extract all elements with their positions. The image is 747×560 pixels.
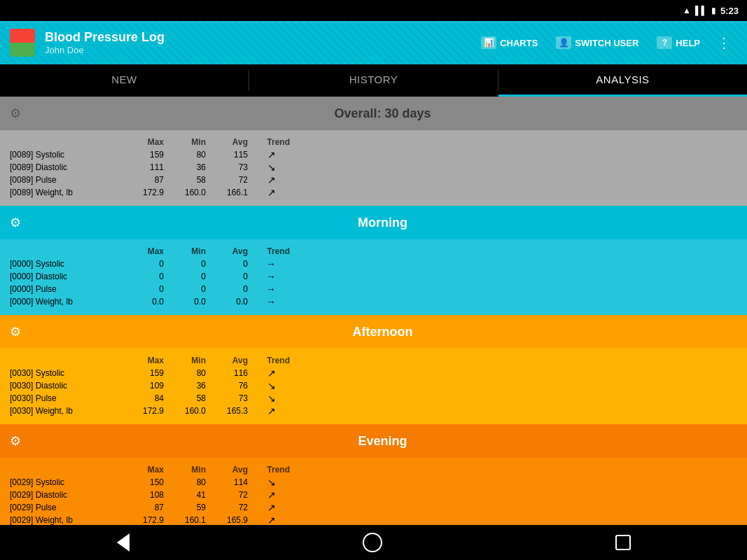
home-button[interactable] (342, 527, 403, 558)
stats-header-label (10, 356, 122, 365)
stats-row-avg: 114 (206, 477, 248, 487)
stats-row-label: [0089] Diastolic (10, 162, 122, 172)
gear-icon-evening[interactable]: ⚙ (10, 433, 21, 449)
charts-label: CHARTS (500, 38, 538, 48)
gear-icon-morning[interactable]: ⚙ (10, 215, 21, 230)
stats-row-min: 160.1 (164, 515, 206, 525)
stats-row-min: 160.0 (164, 406, 206, 416)
gear-icon-afternoon[interactable]: ⚙ (10, 324, 21, 340)
section-title-afternoon: Afternoon (28, 325, 737, 340)
tab-bar: New History Analysis (0, 64, 747, 97)
stats-row-max: 84 (122, 393, 164, 403)
app-title: Blood Pressure Log (45, 30, 464, 45)
wifi-icon: ▲ (683, 6, 691, 15)
stats-header-row: MaxMinAvgTrend (10, 134, 737, 148)
help-icon: ? (657, 36, 672, 49)
stats-row-avg: 0 (206, 259, 248, 269)
stats-row-avg: 72 (206, 490, 248, 500)
stats-row-min: 0 (164, 284, 206, 294)
stats-row-trend: → (248, 296, 276, 307)
stats-row-label: [0000] Diastolic (10, 272, 122, 281)
stats-row-label: [0029] Pulse (10, 503, 122, 512)
stats-row-min: 36 (164, 162, 206, 172)
stats-row-avg: 0 (206, 272, 248, 281)
stats-row-trend: → (248, 284, 276, 295)
section-body-afternoon: MaxMinAvgTrend[0030] Systolic15980116↗[0… (0, 349, 747, 424)
stats-header-col-0: Max (122, 356, 164, 365)
logo-bottom (10, 43, 35, 57)
back-button[interactable] (96, 528, 151, 557)
stats-row-min: 80 (164, 368, 206, 378)
stats-header-col-3: Trend (248, 246, 290, 256)
app-logo (10, 29, 35, 57)
gear-icon-overall[interactable]: ⚙ (10, 106, 21, 121)
stats-row-trend: ↗ (248, 514, 276, 525)
main-content: ⚙Overall: 30 daysMaxMinAvgTrend[0089] Sy… (0, 97, 747, 525)
stats-row-max: 172.9 (122, 188, 164, 197)
tab-history[interactable]: History (249, 64, 498, 97)
stats-header-col-1: Min (164, 465, 206, 475)
switch-user-button[interactable]: 👤 SWITCH USER (549, 33, 645, 52)
stats-row-trend: ↘ (248, 380, 276, 391)
recent-icon (615, 535, 631, 550)
stats-row-max: 0.0 (122, 297, 164, 307)
stats-header-label (10, 465, 122, 475)
signal-icon: ▌▌ (695, 6, 707, 15)
back-icon (117, 533, 130, 552)
stats-row-trend: → (248, 258, 276, 270)
stats-row-avg: 116 (206, 368, 248, 378)
stats-row-label: [0089] Weight, lb (10, 188, 122, 197)
stats-row-min: 58 (164, 393, 206, 403)
section-evening: ⚙EveningMaxMinAvgTrend[0029] Systolic150… (0, 424, 747, 525)
stats-row-trend: ↗ (248, 174, 276, 186)
stats-header-col-3: Trend (248, 465, 290, 475)
stats-row-min: 0 (164, 272, 206, 281)
stats-header-col-0: Max (122, 465, 164, 475)
switch-user-label: SWITCH USER (575, 38, 638, 48)
stats-row-min: 59 (164, 503, 206, 512)
stats-row-avg: 73 (206, 393, 248, 403)
stats-row-label: [0029] Weight, lb (10, 515, 122, 525)
stats-row-max: 109 (122, 381, 164, 391)
stats-header-col-1: Min (164, 246, 206, 256)
section-title-evening: Evening (28, 434, 737, 449)
stats-row-label: [0030] Systolic (10, 368, 122, 378)
table-row: [0030] Systolic15980116↗ (10, 367, 737, 379)
status-bar: ▲ ▌▌ ▮ 5:23 (0, 0, 747, 21)
stats-row-min: 80 (164, 150, 206, 160)
help-button[interactable]: ? HELP (650, 33, 707, 52)
table-row: [0030] Pulse845873↘ (10, 392, 737, 405)
stats-row-trend: ↘ (248, 393, 276, 404)
charts-icon: 📊 (481, 36, 496, 49)
section-overall: ⚙Overall: 30 daysMaxMinAvgTrend[0089] Sy… (0, 97, 747, 206)
tab-analysis[interactable]: Analysis (498, 64, 747, 97)
battery-icon: ▮ (711, 6, 716, 15)
stats-header-col-1: Min (164, 137, 206, 147)
section-body-evening: MaxMinAvgTrend[0029] Systolic15080114↘[0… (0, 458, 747, 525)
stats-row-max: 0 (122, 284, 164, 294)
app-bar-actions: 📊 CHARTS 👤 SWITCH USER ? HELP ⋮ (474, 33, 737, 52)
stats-row-label: [0029] Systolic (10, 477, 122, 487)
table-row: [0000] Systolic000→ (10, 258, 737, 270)
stats-row-min: 80 (164, 477, 206, 487)
stats-header-col-1: Min (164, 356, 206, 365)
stats-row-min: 41 (164, 490, 206, 500)
charts-button[interactable]: 📊 CHARTS (474, 33, 545, 52)
stats-row-avg: 72 (206, 503, 248, 512)
recent-button[interactable] (594, 529, 652, 556)
table-row: [0089] Systolic15980115↗ (10, 148, 737, 161)
stats-row-trend: ↗ (248, 187, 276, 198)
overflow-menu-button[interactable]: ⋮ (711, 34, 737, 51)
stats-row-label: [0089] Systolic (10, 150, 122, 160)
section-afternoon: ⚙AfternoonMaxMinAvgTrend[0030] Systolic1… (0, 315, 747, 424)
stats-header-col-2: Avg (206, 465, 248, 475)
tab-new[interactable]: New (0, 64, 249, 97)
stats-row-avg: 0 (206, 284, 248, 294)
stats-header-col-3: Trend (248, 356, 290, 365)
stats-row-label: [0030] Diastolic (10, 381, 122, 391)
stats-row-label: [0000] Systolic (10, 259, 122, 269)
stats-row-avg: 72 (206, 175, 248, 185)
table-row: [0029] Systolic15080114↘ (10, 476, 737, 489)
stats-row-avg: 0.0 (206, 297, 248, 307)
stats-row-label: [0030] Pulse (10, 393, 122, 403)
